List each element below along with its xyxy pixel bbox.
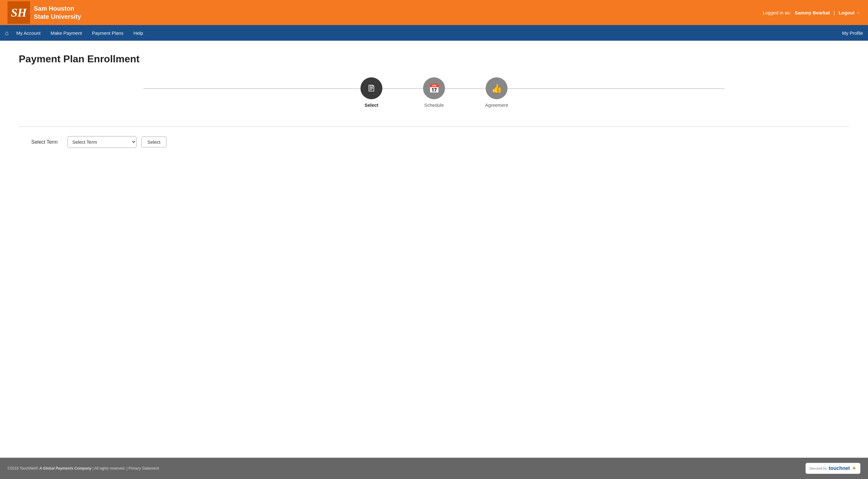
step-select: 🖹 Select [340,77,403,108]
top-header: SH Sam Houston State University Logged i… [0,0,868,25]
home-button[interactable]: ⌂ [5,29,9,37]
footer-copyright: ©2019 TouchNet® A Global Payments Compan… [7,466,159,471]
main-content: Payment Plan Enrollment 🖹 Select 📅 Sched… [0,41,868,458]
nav-my-account[interactable]: My Account [16,30,41,36]
step-select-circle: 🖹 [361,77,382,99]
home-icon: ⌂ [5,29,9,37]
secured-by-label: Secured by [809,467,827,470]
step-schedule: 📅 Schedule [403,77,465,108]
step-schedule-icon: 📅 [429,83,440,94]
logout-arrow-icon: → [856,10,861,16]
nav-payment-plans[interactable]: Payment Plans [92,30,124,36]
logout-label: Logout [839,10,855,16]
logged-in-label: Logged in as: [763,10,791,16]
page-title: Payment Plan Enrollment [19,53,849,65]
select-term-button[interactable]: Select [142,137,166,147]
nav-make-payment[interactable]: Make Payment [51,30,82,36]
step-schedule-circle: 📅 [423,77,445,99]
step-agreement: 👍 Agreement [465,77,528,108]
university-name: Sam Houston State University [34,4,81,21]
my-profile-link[interactable]: My Profile [842,30,863,36]
select-term-label: Select Term [31,139,63,145]
step-select-icon: 🖹 [367,83,376,94]
touchnet-brand: touchnet [829,466,850,471]
logo-initials: SH [7,1,30,24]
logout-button[interactable]: Logout → [839,10,861,16]
footer-left: ©2019 TouchNet® A Global Payments Compan… [7,466,159,471]
nav-help[interactable]: Help [134,30,143,36]
step-agreement-circle: 👍 [486,77,507,99]
top-right-area: Logged in as: Sammy Bearkat | Logout → [763,10,861,16]
stepper: 🖹 Select 📅 Schedule 👍 Agreement [19,77,849,114]
stepper-separator [19,126,849,127]
nav-links: My Account Make Payment Payment Plans He… [16,30,842,36]
step-agreement-icon: 👍 [491,83,502,94]
nav-bar: ⌂ My Account Make Payment Payment Plans … [0,25,868,41]
step-agreement-label: Agreement [485,102,508,108]
touchnet-badge: Secured by touchnet ✦ [805,463,861,474]
logo-area: SH Sam Houston State University [7,1,81,24]
step-schedule-label: Schedule [424,102,444,108]
username-label: Sammy Bearkat [795,10,830,16]
divider: | [834,10,835,16]
select-term-dropdown[interactable]: Select Term [68,136,136,148]
select-term-row: Select Term Select Term Select [31,136,849,148]
touchnet-star-icon: ✦ [852,465,857,472]
footer: ©2019 TouchNet® A Global Payments Compan… [0,458,868,479]
step-select-label: Select [365,102,378,108]
